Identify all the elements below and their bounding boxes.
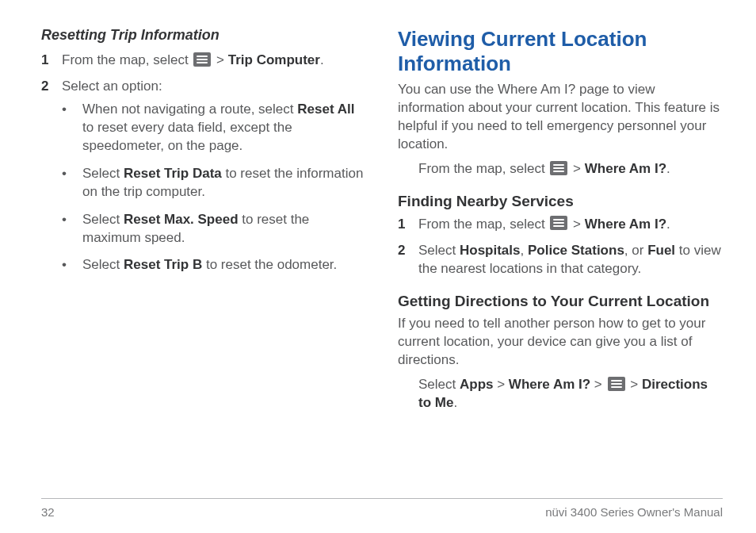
sub-heading-1: Finding Nearby Services <box>398 193 723 211</box>
bullet-marker: • <box>62 256 82 274</box>
bold-text: Reset Trip B <box>124 257 202 272</box>
bold-text: Police Stations <box>528 243 624 258</box>
step-number: 2 <box>41 78 62 284</box>
manual-title: nüvi 3400 Series Owner's Manual <box>545 505 723 519</box>
page-footer: 32 nüvi 3400 Series Owner's Manual <box>41 498 723 533</box>
step-body: Select an option: • When not navigating … <box>62 78 366 284</box>
bullet-item: • Select Reset Trip B to reset the odome… <box>62 256 366 274</box>
bullet-item: • Select Reset Max. Speed to reset the m… <box>62 211 366 247</box>
step-number: 1 <box>398 216 418 234</box>
text: Select <box>82 257 124 272</box>
step-number: 2 <box>398 242 418 278</box>
right-column: Viewing Current Location Information You… <box>398 27 723 485</box>
text: , <box>521 243 528 258</box>
text: . <box>666 217 670 232</box>
step-body: From the map, select > Where Am I?. <box>418 216 723 234</box>
menu-icon <box>608 377 625 391</box>
step-1: 1 From the map, select > Where Am I?. <box>398 216 723 234</box>
bullet-item: • When not navigating a route, select Re… <box>62 101 366 155</box>
sub1-steps: 1 From the map, select > Where Am I?. 2 … <box>398 216 723 278</box>
text: > <box>627 377 642 392</box>
bullet-marker: • <box>62 101 82 155</box>
bullet-marker: • <box>62 165 82 201</box>
bold-text: Fuel <box>647 243 675 258</box>
bullet-body: When not navigating a route, select Rese… <box>82 101 366 155</box>
text: . <box>453 395 457 410</box>
bullet-body: Select Reset Trip B to reset the odomete… <box>82 256 366 274</box>
sub2-intro: If you need to tell another person how t… <box>398 315 723 370</box>
text: , or <box>624 243 647 258</box>
text: > <box>493 377 508 392</box>
sub-heading-2: Getting Directions to Your Current Locat… <box>398 293 723 311</box>
page-number: 32 <box>41 505 55 519</box>
text: . <box>666 161 670 176</box>
text: > <box>590 377 605 392</box>
step-2: 2 Select Hospitals, Police Stations, or … <box>398 242 723 278</box>
bold-text: Where Am I? <box>585 161 666 176</box>
bullet-item: • Select Reset Trip Data to reset the in… <box>62 165 366 201</box>
sub2-step: Select Apps > Where Am I? > > Directions… <box>398 376 723 412</box>
text: Select <box>418 243 460 258</box>
step-body: Select Hospitals, Police Stations, or Fu… <box>418 242 723 278</box>
right-heading: Viewing Current Location Information <box>398 27 723 76</box>
text: Select <box>82 212 124 227</box>
left-column: Resetting Trip Information 1 From the ma… <box>41 27 366 485</box>
text: . <box>320 52 324 67</box>
text: to reset every data field, except the sp… <box>82 120 292 153</box>
bold-text: Where Am I? <box>585 217 666 232</box>
left-steps: 1 From the map, select > Trip Computer. … <box>41 52 366 284</box>
text: When not navigating a route, select <box>82 102 297 117</box>
text: > <box>569 217 584 232</box>
left-heading: Resetting Trip Information <box>41 27 366 44</box>
step-1: 1 From the map, select > Trip Computer. <box>41 52 366 70</box>
intro-step: From the map, select > Where Am I?. <box>398 160 723 178</box>
intro-text: You can use the Where Am I? page to view… <box>398 81 723 154</box>
bold-text: Reset Trip Data <box>124 166 222 181</box>
bold-text: Hospitals <box>460 243 521 258</box>
text: From the map, select <box>62 52 192 67</box>
menu-icon <box>550 161 567 175</box>
step-2: 2 Select an option: • When not navigatin… <box>41 78 366 284</box>
text: Select <box>82 166 124 181</box>
bold-text: Trip Computer <box>228 52 320 67</box>
bold-text: Reset Max. Speed <box>124 212 239 227</box>
text: From the map, select <box>418 161 548 176</box>
menu-icon <box>193 52 211 67</box>
step-body: From the map, select > Trip Computer. <box>62 52 366 70</box>
step-number: 1 <box>41 52 62 70</box>
bold-text: Apps <box>460 377 494 392</box>
bold-text: Reset All <box>297 102 354 117</box>
text: Select <box>418 377 460 392</box>
bullet-body: Select Reset Trip Data to reset the info… <box>82 165 366 201</box>
manual-page: Resetting Trip Information 1 From the ma… <box>0 0 756 533</box>
content-columns: Resetting Trip Information 1 From the ma… <box>41 27 723 485</box>
text: Select an option: <box>62 79 162 94</box>
menu-icon <box>550 216 567 230</box>
bullet-list: • When not navigating a route, select Re… <box>62 101 366 275</box>
text: > <box>212 52 227 67</box>
bullet-marker: • <box>62 211 82 247</box>
text: to reset the odometer. <box>202 257 337 272</box>
bullet-body: Select Reset Max. Speed to reset the max… <box>82 211 366 247</box>
bold-text: Where Am I? <box>509 377 590 392</box>
text: > <box>569 161 584 176</box>
text: From the map, select <box>418 217 548 232</box>
